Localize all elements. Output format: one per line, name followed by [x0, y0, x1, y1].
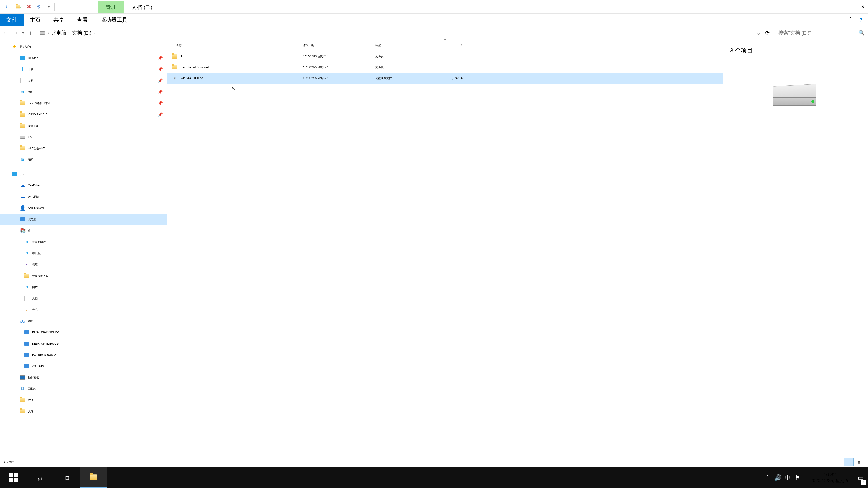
search-icon[interactable]: 🔍	[857, 30, 866, 36]
sidebar-tail-item[interactable]: 控制面板	[0, 372, 167, 383]
view-thumbnails-button[interactable]: ▦	[854, 458, 864, 466]
tray-ime-icon[interactable]: 中	[783, 467, 793, 488]
sidebar-label: YUNQISHI2019	[28, 113, 47, 116]
sidebar-quickitem[interactable]: Bandicam	[0, 120, 167, 131]
refresh-button[interactable]: ⟳	[763, 30, 772, 36]
tray-flag-icon[interactable]: ⚑	[793, 467, 803, 488]
ribbon-tab-drive-tools[interactable]: 驱动器工具	[94, 13, 134, 26]
sidebar-quickitem[interactable]: Desktop📌	[0, 53, 167, 64]
address-bar[interactable]: › 此电脑 › 文档 (E:) › ⌄ ⟳	[37, 28, 772, 38]
breadcrumb-pc[interactable]: 此电脑	[50, 30, 68, 36]
sidebar-label: 网络	[28, 319, 33, 323]
sidebar-library-item[interactable]: 文档	[0, 293, 167, 304]
nav-back-button[interactable]: ←	[0, 28, 10, 38]
qat-dropdown-icon[interactable]: ▾	[44, 2, 53, 11]
sidebar-desktop-item[interactable]: ☁OneDrive	[0, 180, 167, 191]
ribbon-tab-view[interactable]: 查看	[70, 13, 94, 26]
status-bar: 3 个项目 ☰ ▦	[0, 457, 868, 467]
qat-undo-icon[interactable]: ⚙	[34, 2, 43, 11]
pin-icon: 📌	[158, 112, 163, 117]
file-row[interactable]: 12020/12/15, 星期二 1…文件夹	[167, 51, 723, 62]
breadcrumb-sep-icon[interactable]: ›	[68, 31, 71, 35]
sidebar-label: G:\	[28, 135, 32, 139]
sidebar-desktop-item[interactable]: 此电脑	[0, 214, 167, 225]
qat-properties-icon[interactable]: ✔	[14, 2, 23, 11]
breadcrumb-drive[interactable]: 文档 (E:)	[71, 30, 93, 36]
sidebar-desktop-item[interactable]: 👤Administrator	[0, 202, 167, 214]
contextual-tab-manage[interactable]: 管理	[98, 1, 124, 13]
qat-new-folder-icon[interactable]: ✖	[24, 2, 33, 11]
sidebar-network-item[interactable]: DESKTOP-NJEU3CG	[0, 338, 167, 349]
column-name[interactable]: 名称	[167, 43, 301, 47]
sidebar-quick-access[interactable]: ★快速访问	[0, 41, 167, 53]
sidebar-quickitem[interactable]: YUNQISHI2019📌	[0, 109, 167, 120]
sidebar-network-item[interactable]: DESKTOP-LSSOEDP	[0, 327, 167, 338]
sidebar-quickitem[interactable]: excel表格制作求和📌	[0, 98, 167, 109]
sidebar-quickitem[interactable]: 🖼图片📌	[0, 86, 167, 98]
maximize-button[interactable]: ❐	[847, 0, 858, 13]
sidebar-tail-item[interactable]: 文件	[0, 406, 167, 417]
nav-up-button[interactable]: ↑	[25, 28, 36, 38]
sidebar-quickitem[interactable]: 文档📌	[0, 75, 167, 86]
folder-icon	[90, 475, 97, 480]
minimize-button[interactable]: —	[837, 0, 847, 13]
sidebar-quickitem[interactable]: G:\	[0, 131, 167, 143]
sidebar-network[interactable]: 🖧网络	[0, 315, 167, 327]
sidebar-network-item[interactable]: ZMT2019	[0, 361, 167, 372]
breadcrumb-sep-icon[interactable]: ›	[93, 31, 96, 35]
clock-time: 16:32	[824, 472, 836, 478]
pc-icon	[24, 329, 30, 335]
item-icon: ♻	[20, 386, 26, 392]
ribbon-collapse-icon[interactable]: ˄	[845, 13, 856, 26]
breadcrumb-sep-icon[interactable]: ›	[47, 31, 50, 35]
search-box[interactable]: 🔍	[776, 28, 866, 38]
view-details-button[interactable]: ☰	[844, 458, 854, 466]
sidebar-quickitem[interactable]: win7重装win7	[0, 143, 167, 154]
item-icon	[20, 397, 26, 403]
search-input[interactable]	[776, 30, 857, 36]
sidebar-tail-item[interactable]: 软件	[0, 394, 167, 406]
tray-volume-icon[interactable]: 🔊	[773, 467, 783, 488]
action-center-button[interactable]: ▭ 3	[854, 467, 868, 488]
taskbar-search-button[interactable]: ⌕	[27, 467, 53, 488]
item-icon: 🖼	[20, 89, 26, 95]
ribbon-tab-home[interactable]: 主页	[24, 13, 47, 26]
item-icon: 🖼	[24, 284, 30, 290]
sidebar-library-item[interactable]: 天翼云盘下载	[0, 270, 167, 282]
tray-overflow-icon[interactable]: ˄	[763, 467, 773, 488]
sidebar-quickitem[interactable]: 🖼图片	[0, 154, 167, 165]
sidebar-library-item[interactable]: 🖼图片	[0, 282, 167, 293]
column-size[interactable]: 大小	[434, 43, 472, 47]
file-row[interactable]: BaiduNetdiskDownload2020/12/25, 星期五 1…文件…	[167, 62, 723, 73]
sidebar-library-item[interactable]: ▶视频	[0, 259, 167, 270]
ribbon-tab-file[interactable]: 文件	[0, 13, 24, 26]
column-date[interactable]: 修改日期	[301, 43, 373, 47]
file-type: 光盘映像文件	[373, 76, 434, 80]
close-button[interactable]: ✕	[858, 0, 868, 13]
sidebar-desktop-item[interactable]: 📚库	[0, 225, 167, 236]
sidebar-network-item[interactable]: PC-20190530OBLA	[0, 349, 167, 361]
pc-icon	[24, 352, 30, 358]
nav-history-dropdown[interactable]: ▾	[21, 31, 25, 35]
sidebar-label: DESKTOP-NJEU3CG	[32, 342, 59, 345]
sidebar-library-item[interactable]: 🖼保存的图片	[0, 236, 167, 248]
taskbar-taskview-button[interactable]: ⧉	[53, 467, 80, 488]
qat-app-icon[interactable]: ⮃	[2, 2, 11, 11]
ribbon-tab-share[interactable]: 共享	[47, 13, 70, 26]
sidebar-library-item[interactable]: 🖼本机照片	[0, 248, 167, 259]
sidebar-quickitem[interactable]: ⬇下载📌	[0, 64, 167, 75]
item-icon	[20, 375, 26, 381]
file-row[interactable]: ◉Win7x64_2020.iso2020/12/25, 星期五 1…光盘映像文…	[167, 73, 723, 84]
taskbar-explorer-button[interactable]	[80, 467, 107, 488]
taskbar-clock[interactable]: 16:32 2020/12/25, 星期五	[806, 467, 854, 488]
start-button[interactable]	[0, 467, 27, 488]
svg-rect-3	[14, 478, 18, 482]
sidebar-library-item[interactable]: ♪音乐	[0, 304, 167, 315]
column-type[interactable]: 类型	[373, 43, 434, 47]
sidebar-desktop-item[interactable]: ☁WPS网盘	[0, 191, 167, 202]
sidebar-desktop[interactable]: 桌面	[0, 168, 167, 180]
notification-badge: 3	[861, 480, 866, 485]
sidebar-tail-item[interactable]: ♻回收站	[0, 383, 167, 394]
address-dropdown-icon[interactable]: ⌄	[754, 30, 763, 36]
help-button[interactable]: ?	[856, 13, 866, 26]
